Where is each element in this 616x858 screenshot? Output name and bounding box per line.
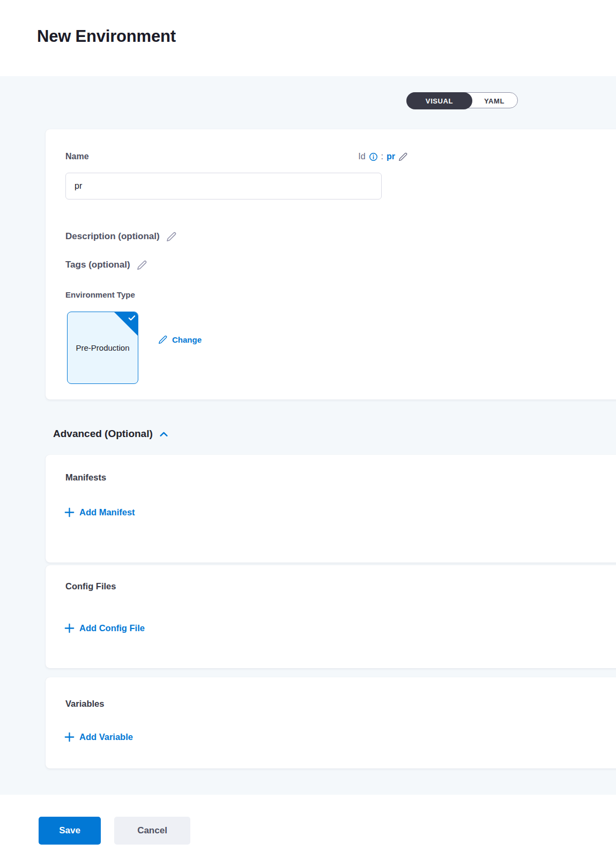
tags-label: Tags (optional): [65, 260, 130, 270]
advanced-heading-label: Advanced (Optional): [53, 428, 153, 440]
add-manifest-label: Add Manifest: [79, 507, 135, 517]
id-row: Id : pr: [324, 152, 407, 161]
toggle-visual[interactable]: VISUAL: [406, 92, 472, 109]
environment-type-label: Environment Type: [65, 290, 135, 299]
page-title: New Environment: [37, 27, 176, 46]
manifests-title: Manifests: [65, 472, 106, 483]
config-files-title: Config Files: [65, 581, 116, 591]
info-icon[interactable]: [369, 152, 378, 161]
variables-card: Variables Add Variable: [46, 677, 616, 768]
advanced-optional-toggle[interactable]: Advanced (Optional): [53, 428, 168, 440]
name-label: Name: [65, 152, 89, 161]
toggle-visual-label: VISUAL: [426, 97, 453, 105]
env-type-tile-label: Pre-Production: [76, 342, 129, 354]
edit-pencil-icon: [158, 335, 167, 344]
save-button[interactable]: Save: [39, 817, 101, 845]
cancel-button[interactable]: Cancel: [114, 817, 190, 845]
add-manifest-button[interactable]: Add Manifest: [64, 507, 135, 517]
config-files-card: Config Files Add Config File: [46, 565, 616, 668]
toggle-yaml[interactable]: YAML: [471, 93, 517, 109]
visual-yaml-toggle[interactable]: VISUAL YAML: [406, 92, 518, 108]
plus-icon: [64, 623, 75, 633]
variables-title: Variables: [65, 699, 104, 709]
tags-row: Tags (optional): [65, 260, 147, 270]
add-variable-label: Add Variable: [79, 732, 133, 742]
chevron-up-icon: [159, 431, 168, 438]
id-colon: :: [381, 152, 383, 161]
edit-description-icon[interactable]: [166, 232, 176, 242]
description-label: Description (optional): [65, 231, 160, 242]
manifests-card: Manifests Add Manifest: [46, 455, 616, 563]
name-input[interactable]: [65, 173, 382, 199]
id-value: pr: [387, 152, 395, 161]
change-env-type-link[interactable]: Change: [158, 335, 202, 344]
edit-id-icon[interactable]: [398, 152, 407, 161]
add-config-file-label: Add Config File: [79, 623, 145, 633]
plus-icon: [64, 732, 75, 742]
plus-icon: [64, 507, 75, 517]
change-label: Change: [172, 335, 202, 344]
edit-tags-icon[interactable]: [137, 260, 147, 270]
add-variable-button[interactable]: Add Variable: [64, 732, 133, 742]
environment-details-card: Name Id : pr Description (optional) Tags: [46, 129, 616, 400]
env-type-pre-production-tile[interactable]: Pre-Production: [67, 312, 138, 384]
add-config-file-button[interactable]: Add Config File: [64, 623, 145, 633]
toggle-yaml-label: YAML: [484, 97, 504, 105]
description-row: Description (optional): [65, 231, 176, 242]
id-label: Id: [358, 152, 365, 161]
check-icon: [128, 315, 136, 321]
